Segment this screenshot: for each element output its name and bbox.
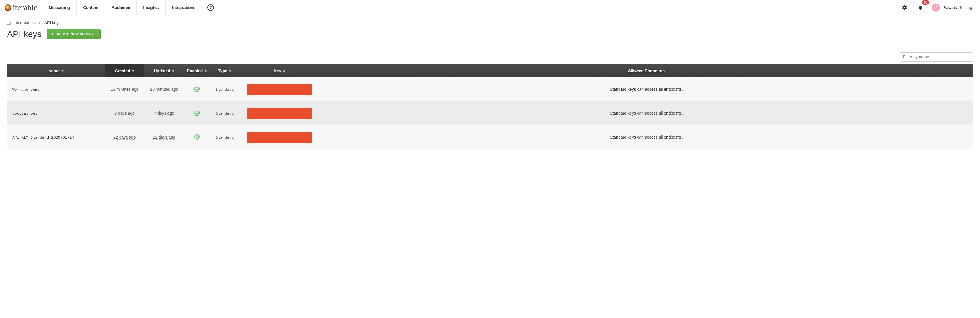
help-button[interactable]: ?	[202, 5, 219, 11]
gear-icon	[902, 5, 908, 11]
column-label: Key	[274, 68, 282, 73]
table-header: Name Created Updated Enabled Type Key Al…	[7, 65, 973, 77]
logo-mark-icon	[5, 5, 11, 11]
sort-icon	[283, 70, 285, 72]
key-redacted	[247, 131, 312, 142]
avatar: IP	[932, 3, 940, 12]
column-header-created[interactable]: Created	[105, 65, 144, 77]
column-label: Created	[115, 68, 130, 73]
cell-updated: 22 days ago	[153, 135, 175, 140]
table-row: API_KEY_Standard_2020-01-14 22 days ago …	[7, 125, 973, 149]
sort-desc-icon	[132, 70, 134, 72]
breadcrumb: Integrations › API keys	[0, 15, 980, 25]
cell-name: Socital Dev	[7, 105, 105, 122]
nav-label: Insights	[143, 5, 159, 10]
nav-insights[interactable]: Insights	[137, 0, 165, 15]
column-label: Type	[218, 68, 228, 73]
column-header-enabled[interactable]: Enabled	[184, 65, 210, 77]
nav-label: Messaging	[49, 5, 70, 10]
nav-integrations[interactable]: Integrations	[165, 0, 202, 15]
api-keys-table: Name Created Updated Enabled Type Key Al…	[7, 65, 973, 149]
folder-icon	[7, 22, 11, 25]
sort-icon	[229, 70, 231, 72]
top-nav: iterable Messaging Content Audience Insi…	[0, 0, 980, 15]
cell-created: 22 days ago	[113, 135, 135, 140]
sort-icon	[172, 70, 175, 72]
chevron-right-icon: ›	[39, 21, 40, 25]
plus-icon: +	[51, 32, 54, 36]
settings-button[interactable]	[898, 2, 911, 13]
nav-content[interactable]: Content	[76, 0, 105, 15]
filter-row	[0, 46, 980, 65]
cell-endpoints: Standard keys can access all endpoints.	[320, 81, 973, 98]
enabled-check-icon	[194, 111, 200, 116]
create-api-key-button[interactable]: + CREATE NEW API KEY...	[47, 29, 100, 39]
nav-label: Integrations	[172, 5, 196, 10]
cell-name: API_KEY_Standard_2020-01-14	[7, 129, 105, 146]
column-label: Name	[48, 68, 59, 73]
nav-messaging[interactable]: Messaging	[42, 0, 76, 15]
cell-endpoints: Standard keys can access all endpoints.	[320, 128, 973, 146]
nav-label: Content	[83, 5, 99, 10]
user-menu[interactable]: IP Playable Testing	[930, 2, 976, 13]
enabled-check-icon	[194, 134, 200, 140]
help-icon: ?	[207, 5, 214, 11]
breadcrumb-current: API keys	[45, 21, 60, 25]
logo-text: iterable	[13, 3, 37, 12]
sort-icon	[61, 70, 64, 72]
cell-created: 7 days ago	[115, 111, 135, 116]
column-header-key[interactable]: Key	[239, 65, 320, 77]
notification-count-badge: 40	[922, 0, 929, 5]
column-header-type[interactable]: Type	[210, 65, 239, 77]
page-title: API keys	[7, 29, 41, 39]
key-redacted	[247, 84, 312, 95]
table-row: Workato-demo 13 minutes ago 13 minutes a…	[7, 77, 973, 101]
column-label: Updated	[154, 68, 170, 73]
breadcrumb-parent-label: Integrations	[13, 21, 35, 25]
logo[interactable]: iterable	[0, 0, 42, 15]
column-header-name[interactable]: Name	[7, 65, 105, 77]
column-label: Enabled	[187, 68, 203, 73]
column-header-endpoints[interactable]: Allowed Endpoints	[320, 65, 973, 77]
title-row: API keys + CREATE NEW API KEY...	[0, 25, 980, 46]
cell-type: Standard	[210, 81, 239, 98]
breadcrumb-parent[interactable]: Integrations	[7, 21, 35, 25]
key-redacted	[247, 108, 312, 119]
notifications-button[interactable]: 40	[914, 2, 927, 13]
cell-type: Standard	[210, 129, 239, 146]
cell-updated: 13 minutes ago	[150, 87, 178, 92]
cell-created: 13 minutes ago	[111, 87, 139, 92]
sort-icon	[205, 70, 207, 72]
cell-type: Standard	[210, 105, 239, 122]
filter-input[interactable]	[900, 52, 973, 62]
nav-label: Audience	[111, 5, 130, 10]
column-header-updated[interactable]: Updated	[144, 65, 184, 77]
cell-updated: 7 days ago	[154, 111, 174, 116]
table-row: Socital Dev 7 days ago 7 days ago Standa…	[7, 101, 973, 125]
table-body: Workato-demo 13 minutes ago 13 minutes a…	[7, 77, 973, 149]
user-name: Playable Testing	[942, 5, 972, 10]
nav-audience[interactable]: Audience	[105, 0, 137, 15]
column-label: Allowed Endpoints	[628, 68, 665, 73]
cell-name: Workato-demo	[7, 81, 105, 98]
enabled-check-icon	[194, 87, 200, 92]
bell-icon	[918, 5, 923, 10]
create-button-label: CREATE NEW API KEY...	[56, 32, 96, 36]
cell-endpoints: Standard keys can access all endpoints.	[320, 104, 973, 122]
